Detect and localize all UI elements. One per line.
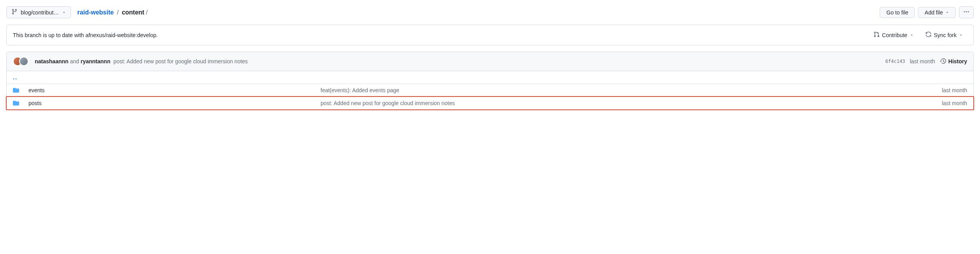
svg-point-1 — [966, 11, 967, 13]
contributor-avatars[interactable] — [13, 57, 29, 66]
history-label: History — [948, 58, 967, 64]
add-file-label: Add file — [925, 9, 943, 16]
file-commit-message[interactable]: post: Added new post for google cloud im… — [321, 100, 905, 106]
history-icon — [940, 58, 946, 65]
commit-author-joiner: and — [68, 58, 80, 64]
file-row: eventsfeat(events): Added events pagelas… — [7, 84, 973, 97]
caret-down-icon — [62, 9, 66, 16]
file-name-link[interactable]: posts — [29, 100, 321, 106]
commit-sha[interactable]: 6f4c143 — [886, 59, 905, 64]
file-row: postspost: Added new post for google clo… — [7, 97, 973, 109]
history-link[interactable]: History — [940, 58, 967, 65]
file-name-link[interactable]: events — [29, 87, 321, 93]
branch-name-label: blog/contribut… — [21, 9, 59, 16]
commit-date: last month — [910, 58, 935, 64]
latest-commit-header: natashaannn and ryanntannn post: Added n… — [7, 52, 973, 71]
file-navigation-bar: blog/contribut… raid-website / content /… — [6, 6, 974, 18]
sync-fork-button[interactable]: Sync fork — [921, 30, 967, 40]
avatar — [19, 57, 29, 66]
breadcrumb-current-dir: content — [122, 9, 144, 16]
parent-directory-row[interactable]: .. — [7, 71, 973, 84]
commit-message: post: Added new post for google cloud im… — [112, 58, 248, 64]
file-commit-message[interactable]: feat(events): Added events page — [321, 87, 905, 93]
breadcrumb-repo-link[interactable]: raid-website — [77, 9, 114, 16]
commit-author-1: natashaannn — [35, 58, 68, 64]
file-rows: .. eventsfeat(events): Added events page… — [7, 71, 973, 109]
commit-author-2: ryanntannn — [81, 58, 110, 64]
file-commit-date: last month — [905, 87, 967, 93]
parent-directory-link[interactable]: .. — [13, 74, 967, 80]
breadcrumb-separator: / — [115, 9, 120, 16]
latest-commit-summary[interactable]: natashaannn and ryanntannn post: Added n… — [35, 58, 881, 64]
branch-status-box: This branch is up to date with afnexus/r… — [6, 25, 974, 45]
caret-down-icon — [910, 32, 914, 38]
folder-icon — [13, 87, 29, 93]
branch-status-message: This branch is up to date with afnexus/r… — [13, 32, 869, 38]
sync-icon — [925, 31, 932, 39]
sync-fork-label: Sync fork — [934, 32, 957, 38]
svg-point-2 — [968, 11, 969, 13]
contribute-label: Contribute — [882, 32, 907, 38]
fork-actions: Contribute Sync fork — [869, 30, 967, 40]
breadcrumb: raid-website / content / — [77, 9, 148, 16]
caret-down-icon — [945, 9, 949, 16]
svg-point-0 — [964, 11, 965, 13]
file-actions: Go to file Add file — [880, 6, 974, 18]
file-commit-date: last month — [905, 100, 967, 106]
caret-down-icon — [959, 32, 963, 38]
more-options-button[interactable] — [959, 6, 974, 18]
branch-select-button[interactable]: blog/contribut… — [6, 6, 71, 18]
breadcrumb-trailing-slash: / — [146, 9, 148, 16]
git-branch-icon — [11, 9, 18, 16]
git-pull-request-icon — [873, 31, 880, 39]
file-list-panel: natashaannn and ryanntannn post: Added n… — [6, 52, 974, 110]
folder-icon — [13, 100, 29, 106]
add-file-button[interactable]: Add file — [918, 7, 956, 18]
go-to-file-button[interactable]: Go to file — [880, 7, 915, 18]
kebab-icon — [963, 9, 969, 16]
contribute-button[interactable]: Contribute — [869, 30, 918, 40]
